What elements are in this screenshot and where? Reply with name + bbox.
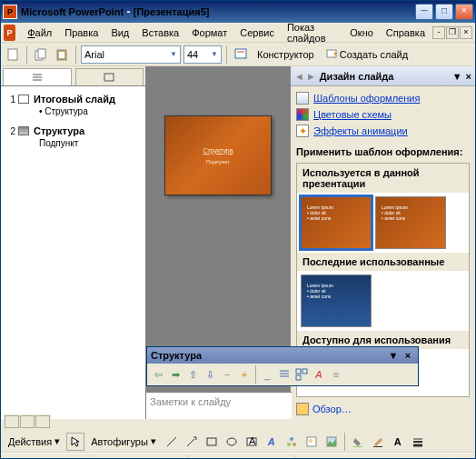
font-combo[interactable]: Arial▼ [81,45,181,64]
slide-preview[interactable]: Структура Подпункт [164,115,272,195]
new-icon[interactable] [4,45,22,64]
nav-back-icon[interactable]: ◄ [294,71,304,82]
svg-text:A: A [249,436,256,446]
outline-pane: 1Итоговый слайд Структура 2Структура Под… [1,66,146,419]
normal-view-button[interactable] [5,415,19,428]
new-slide-button[interactable]: *Создать слайд [322,45,412,64]
slides-tab[interactable] [75,68,144,85]
outline-title-2[interactable]: Структура [34,125,84,136]
font-color-icon[interactable]: A [389,433,407,451]
menu-window[interactable]: Окно [343,25,380,40]
maximize-button[interactable]: □ [435,4,453,20]
summary-icon[interactable] [293,366,310,383]
apply-label: Применить шаблон оформления: [291,143,475,161]
menu-service[interactable]: Сервис [233,25,281,40]
menu-slideshow[interactable]: Показ слайдов [281,20,343,45]
titlebar: P Microsoft PowerPoint - [Презентация5] … [1,1,475,23]
outline-tab[interactable] [3,68,72,85]
close-button[interactable]: × [455,4,473,20]
textbox-icon[interactable]: A [243,433,261,451]
design-header: ◄ ► Дизайн слайда ▼ × [291,66,475,86]
effects-link[interactable]: Эффекты анимации [313,125,408,136]
effects-icon: ✦ [296,125,309,137]
outline-title-1[interactable]: Итоговый слайд [34,94,115,105]
promote-icon[interactable]: ⇦ [150,366,166,383]
paste-icon[interactable] [53,45,71,64]
toolbar: Arial▼ 44▼ Конструктор *Создать слайд [1,43,475,66]
svg-rect-21 [207,438,216,445]
picture-icon[interactable] [322,433,341,451]
line-icon[interactable] [163,433,181,451]
browse-link[interactable]: Обзор… [312,404,352,414]
menu-help[interactable]: Справка [380,25,431,40]
menu-format[interactable]: Формат [185,25,233,40]
used-section: Используется в данной презентации [297,164,469,193]
svg-rect-18 [296,375,301,380]
doc-minimize-button[interactable]: - [432,26,445,39]
design-icon[interactable] [232,45,250,64]
template-thumb-2[interactable]: Lorem ipsum• dolor sit• amet cons [375,196,446,249]
menu-view[interactable]: Вид [104,25,135,40]
copy-icon[interactable] [32,45,50,64]
fill-color-icon[interactable] [349,433,367,451]
move-down-icon[interactable]: ⇩ [202,366,218,383]
doc-close-button[interactable]: × [460,26,472,39]
structure-header[interactable]: Структура▼× [147,347,418,364]
colors-icon [296,108,309,121]
expand-icon[interactable]: + [236,366,253,383]
menu-insert[interactable]: Вставка [135,25,185,40]
doc-restore-button[interactable]: ❐ [446,26,459,39]
diagram-icon[interactable] [283,433,301,451]
formatting-icon[interactable]: A [311,366,327,383]
title-text: Microsoft PowerPoint - [Презентация5] [21,5,415,18]
svg-rect-31 [353,446,362,447]
view-buttons [4,414,51,431]
doc-icon[interactable]: P [4,25,15,41]
svg-text:*: * [333,50,337,60]
templates-link[interactable]: Шаблоны оформления [313,93,420,104]
slide-editor[interactable]: Структура Подпункт Структура▼× ⇦ ➡ ⇧ ⇩ −… [146,66,290,419]
structure-toolbar[interactable]: Структура▼× ⇦ ➡ ⇧ ⇩ − + ⎯ A ≡ [146,346,419,386]
toolbar-options-icon[interactable]: ≡ [328,366,344,383]
structure-dropdown-icon[interactable]: ▼ [387,350,400,361]
svg-point-27 [293,443,296,446]
pane-dropdown-icon[interactable]: ▼ [452,71,462,82]
templates-icon [296,92,309,105]
move-up-icon[interactable]: ⇧ [184,366,201,383]
sorter-view-button[interactable] [20,415,35,428]
statusbar: Слайд 2 из 2 Соревнование русский (Росси… [1,453,475,459]
notes-pane[interactable]: Заметки к слайду [146,392,292,419]
structure-close-icon[interactable]: × [402,350,414,361]
menu-file[interactable]: Файл [21,25,58,40]
oval-icon[interactable] [223,433,241,451]
clipart-icon[interactable] [302,433,321,451]
rect-icon[interactable] [203,433,221,451]
demote-icon[interactable]: ➡ [167,366,183,383]
collapse-all-icon[interactable]: ⎯ [259,366,275,383]
actions-button[interactable]: Действия ▾ [4,433,64,451]
menu-edit[interactable]: Правка [58,25,104,40]
collapse-icon[interactable]: − [219,366,235,383]
minimize-button[interactable]: ─ [415,4,433,20]
line-color-icon[interactable] [369,433,387,451]
size-combo[interactable]: 44▼ [183,45,222,64]
slideshow-view-button[interactable] [35,415,50,428]
select-icon[interactable] [66,433,84,451]
outline-sub-2[interactable]: Подпункт [5,138,142,148]
pane-close-icon[interactable]: × [466,71,471,82]
colors-link[interactable]: Цветовые схемы [313,109,392,120]
recent-section: Последние использованные [297,253,469,271]
outline-sub-1[interactable]: Структура [5,106,142,116]
arrow-icon[interactable] [183,433,201,451]
svg-rect-12 [104,74,114,81]
designer-button[interactable]: Конструктор [253,45,319,64]
template-thumb-current[interactable]: Lorem ipsum• dolor sit• amet cons [301,196,372,249]
outline-list[interactable]: 1Итоговый слайд Структура 2Структура Под… [1,86,145,419]
expand-all-icon[interactable] [276,366,293,383]
nav-fwd-icon[interactable]: ► [306,71,316,82]
svg-line-20 [187,439,194,446]
template-thumb-recent[interactable]: Lorem ipsum• dolor sit• amet cons [301,274,372,327]
autoshapes-button[interactable]: Автофигуры ▾ [86,433,161,451]
line-style-icon[interactable] [409,433,427,451]
wordart-icon[interactable]: A [263,433,281,451]
